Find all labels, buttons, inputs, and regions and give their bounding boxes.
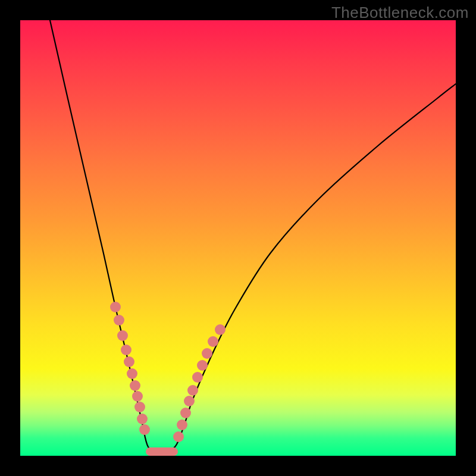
data-dot (130, 380, 140, 391)
data-dot (208, 336, 218, 347)
data-dot (197, 360, 208, 371)
data-dot (110, 302, 121, 312)
data-dot (139, 424, 150, 435)
data-dot (184, 396, 195, 406)
curve-svg (20, 20, 456, 456)
bottleneck-curve (50, 20, 456, 454)
data-dot (173, 431, 184, 442)
data-dot (117, 330, 128, 341)
data-dot (134, 402, 145, 412)
data-dot (202, 348, 212, 359)
chart-container: TheBottleneck.com (0, 0, 476, 476)
data-dot (215, 324, 226, 335)
data-dot (132, 391, 143, 402)
data-dot (114, 315, 124, 325)
data-dot (177, 419, 187, 430)
data-dot (137, 414, 148, 424)
data-dot (192, 372, 203, 383)
data-dot (127, 368, 137, 379)
plot-area (20, 20, 456, 456)
data-dot (124, 356, 134, 367)
watermark-text: TheBottleneck.com (331, 4, 469, 22)
data-dot (121, 345, 131, 355)
data-dot (180, 408, 191, 418)
data-dot (187, 385, 198, 396)
